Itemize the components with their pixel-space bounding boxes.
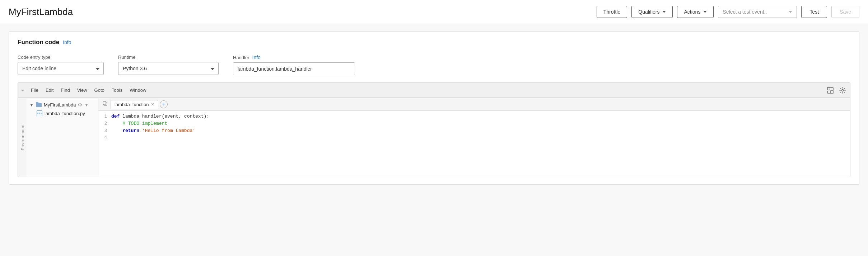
section-header: Function code Info — [18, 39, 850, 46]
code-entry-select-wrapper: Edit code inline — [18, 62, 104, 75]
line-content-2: # TODO implement — [111, 121, 850, 126]
code-area: lambda_function ✕ + 1 def lambda_handler… — [98, 98, 850, 177]
function-code-card: Function code Info Code entry type Edit … — [9, 31, 859, 185]
editor-toolbar: File Edit Find View Goto Tools Window — [18, 83, 850, 98]
svg-rect-0 — [827, 87, 830, 90]
file-item: </> lambda_function.py — [27, 109, 98, 118]
tab-close-icon[interactable]: ✕ — [151, 102, 154, 107]
editor-toolbar-right — [826, 86, 847, 95]
save-button: Save — [831, 6, 859, 18]
copy-icon[interactable] — [101, 100, 109, 108]
runtime-group: Runtime Python 3.6 — [118, 54, 219, 75]
file-tree-header: ▼ MyFirstLambda ⚙ ▼ — [27, 101, 98, 109]
folder-dropdown-arrow: ▼ — [84, 103, 88, 107]
top-bar: MyFirstLambda Throttle Qualifiers Action… — [0, 0, 868, 24]
code-tabs: lambda_function ✕ + — [98, 98, 850, 111]
tab-name: lambda_function — [115, 102, 149, 107]
menu-goto[interactable]: Goto — [91, 85, 108, 96]
runtime-select-wrapper: Python 3.6 — [118, 62, 219, 75]
handler-info-link[interactable]: Info — [252, 54, 261, 60]
runtime-select[interactable]: Python 3.6 — [118, 62, 219, 75]
svg-rect-1 — [831, 91, 833, 93]
editor-container: File Edit Find View Goto Tools Window — [18, 82, 850, 177]
qualifiers-label: Qualifiers — [638, 9, 659, 15]
svg-rect-8 — [103, 101, 106, 104]
form-row: Code entry type Edit code inline Runtime… — [18, 54, 850, 75]
editor-body: Environment ▼ MyFirstLambda ⚙ ▼ </> lamb… — [18, 98, 850, 177]
menu-view[interactable]: View — [74, 85, 91, 96]
actions-button[interactable]: Actions — [677, 6, 714, 18]
menu-file[interactable]: File — [27, 85, 42, 96]
menu-tools[interactable]: Tools — [108, 85, 126, 96]
code-entry-label: Code entry type — [18, 54, 104, 60]
editor-menu: File Edit Find View Goto Tools Window — [21, 85, 150, 96]
line-content-1: def lambda_handler(event, context): — [111, 114, 850, 119]
menu-collapse-icon — [21, 90, 24, 91]
handler-label-row: Handler Info — [233, 54, 355, 60]
main-content: Function code Info Code entry type Edit … — [0, 24, 868, 192]
folder-name[interactable]: MyFirstLambda — [44, 102, 76, 108]
handler-group: Handler Info — [233, 54, 355, 75]
test-label: Test — [809, 9, 819, 15]
actions-label: Actions — [684, 9, 700, 15]
test-event-placeholder: Select a test event.. — [723, 9, 767, 15]
qualifiers-button[interactable]: Qualifiers — [631, 6, 673, 18]
code-line-4: 4 — [98, 135, 850, 142]
file-tree: ▼ MyFirstLambda ⚙ ▼ </> lambda_function.… — [27, 98, 98, 177]
code-tab-lambda-function[interactable]: lambda_function ✕ — [111, 100, 158, 109]
handler-label: Handler — [233, 55, 249, 60]
add-tab-button[interactable]: + — [160, 100, 168, 108]
python-file-icon: </> — [37, 110, 42, 116]
test-event-chevron-icon — [789, 11, 792, 13]
menu-window[interactable]: Window — [126, 85, 150, 96]
qualifiers-chevron-icon — [662, 11, 666, 13]
settings-icon[interactable] — [838, 86, 847, 95]
code-content[interactable]: 1 def lambda_handler(event, context): 2 … — [98, 111, 850, 177]
code-line-2: 2 # TODO implement — [98, 121, 850, 128]
line-number-2: 2 — [98, 121, 111, 126]
file-name[interactable]: lambda_function.py — [45, 111, 85, 116]
app-title: MyFirstLambda — [9, 6, 73, 18]
svg-point-6 — [842, 89, 844, 91]
handler-input[interactable] — [233, 62, 355, 75]
code-line-1: 1 def lambda_handler(event, context): — [98, 114, 850, 121]
test-button[interactable]: Test — [801, 6, 827, 18]
throttle-label: Throttle — [603, 9, 620, 15]
line-number-1: 1 — [98, 114, 111, 119]
test-event-selector[interactable]: Select a test event.. — [718, 6, 797, 18]
code-entry-group: Code entry type Edit code inline — [18, 54, 104, 75]
line-number-3: 3 — [98, 128, 111, 133]
throttle-button[interactable]: Throttle — [597, 6, 627, 18]
section-info-link[interactable]: Info — [63, 39, 71, 45]
code-entry-select[interactable]: Edit code inline — [18, 62, 104, 75]
runtime-label: Runtime — [118, 54, 219, 60]
tree-toggle-icon[interactable]: ▼ — [29, 103, 34, 108]
line-number-4: 4 — [98, 135, 111, 140]
line-content-3: return 'Hello from Lambda' — [111, 128, 850, 133]
code-line-3: 3 return 'Hello from Lambda' — [98, 128, 850, 135]
section-title: Function code — [18, 39, 59, 46]
folder-settings-icon[interactable]: ⚙ — [78, 102, 82, 108]
expand-icon[interactable] — [826, 86, 835, 95]
save-label: Save — [840, 9, 851, 15]
menu-find[interactable]: Find — [57, 85, 73, 96]
folder-icon — [36, 103, 42, 107]
environment-sidebar-label: Environment — [18, 98, 27, 177]
actions-chevron-icon — [703, 11, 707, 13]
menu-edit[interactable]: Edit — [42, 85, 57, 96]
